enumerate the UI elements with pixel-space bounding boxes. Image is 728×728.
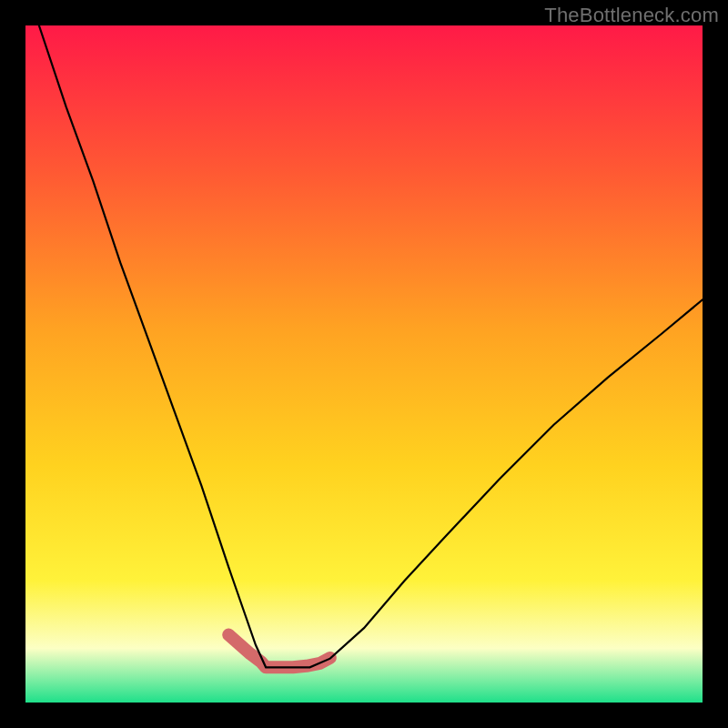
chart-svg <box>25 25 703 703</box>
outer-frame: TheBottleneck.com <box>0 0 728 728</box>
plot-area <box>25 25 703 703</box>
watermark-text: TheBottleneck.com <box>544 4 719 27</box>
gradient-background <box>25 25 703 703</box>
